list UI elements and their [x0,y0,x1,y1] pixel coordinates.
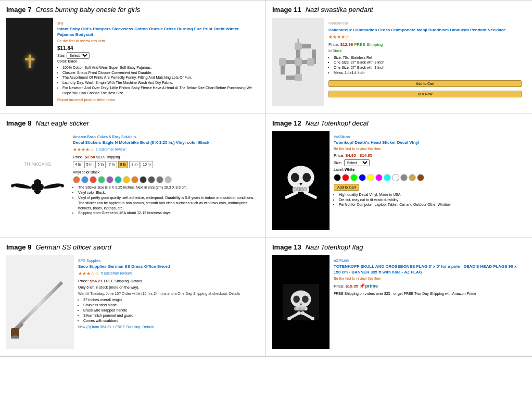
swatch-gold[interactable] [409,174,416,181]
sword-tradein[interactable]: New (3) from $54.21 + FREE Shipping. Det… [78,325,255,330]
swatch-brown[interactable] [417,174,424,181]
eagle-title[interactable]: Decal Stickers Eagle N Motorbike Boat (8… [73,140,255,145]
pendant-price: Price: $12.99 FREE Shipping [328,42,522,47]
sword-price: Price: $54.21 FREE Shipping. Details [78,278,255,284]
swatch-teal[interactable] [115,176,122,183]
onesie-brand: silly [57,21,255,26]
sword-product-image [6,255,74,349]
skull-decal-svg [280,160,322,202]
skull-product-image [272,131,330,230]
onesie-review[interactable]: Be the first to review this item [57,39,255,44]
swatch-red[interactable] [342,174,349,181]
svg-line-22 [286,192,297,197]
size-7in[interactable]: 7 In [107,161,117,168]
swastika-svg [275,39,322,85]
sword-stars: ★★★☆☆ [78,270,99,277]
onesie-product-image: ✝ [6,18,53,106]
image11-content: HakenKreuz Hakenkreuz Gammadion Cross Cr… [272,18,526,106]
skull-size-label: Size: [334,160,342,166]
pendant-addtocart-button[interactable]: Add to Cart [328,80,522,87]
swatch-darkgray[interactable] [140,176,147,183]
sword-title[interactable]: Saco Supplies German SS Dress Office-Swo… [78,264,255,269]
svg-rect-6 [295,43,302,50]
swatch-lightgray[interactable] [164,176,172,183]
swatch-yellow[interactable] [123,176,130,183]
image12-content: HotSticker Totenkopf Death's Head Sticke… [272,131,526,230]
size-4in[interactable]: 4 In [73,161,83,168]
swatch-red[interactable] [90,176,97,183]
eagle-price-value: $2.50 [85,155,95,159]
pendant-buynow-button[interactable]: Buy Now [328,91,522,97]
swatch-blue[interactable] [359,174,366,181]
swatch-blue[interactable] [81,176,88,183]
flag-seller[interactable]: AZ FLAG [334,258,522,264]
skull-addtocart-button[interactable]: Add to Cart [334,184,359,191]
svg-rect-8 [295,74,302,81]
image-grid: Image 7 Cross burning baby onesie for gi… [0,0,532,357]
skull-review[interactable]: Be the first to review this item [334,146,522,152]
pendant-product-text: HakenKreuz Hakenkreuz Gammadion Cross Cr… [324,18,526,106]
size-6in[interactable]: 6 In [95,161,106,168]
skull-seller[interactable]: HotSticker [334,134,522,140]
sword-delivery: Want it Tuesday, June 16? Order within 1… [78,291,255,296]
flag-review[interactable]: Be the first to review this item [334,276,522,281]
skull-swatches [334,174,522,181]
swatch-gray[interactable] [148,176,155,183]
size-10in[interactable]: 10 In [141,161,153,168]
image12-title: Nazi Totenkopf decal [306,119,369,127]
eagle-review-count[interactable]: 1 customer review [96,147,125,152]
swatch-medgray[interactable] [156,176,163,183]
svg-line-23 [305,192,315,197]
eagle-brand-watermark: THINKCANS [24,161,51,167]
skull-size-select[interactable]: Select Small Medium Large [344,159,370,166]
eagle-rating: ★★★★☆ 1 customer review [73,146,255,153]
sword-review-count[interactable]: 5 customer reviews [101,271,132,276]
pendant-seller: HakenKreuz [328,21,522,26]
skull-price: Price: $4.95 - $14.95 [334,153,522,158]
swatch-darkorange[interactable] [131,176,138,183]
skull-title[interactable]: Totenkopf Death's Head Sticker Decal Vin… [334,140,522,145]
flag-title[interactable]: TOTENKOPF SKULL AND CROSSBONES FLAG 3' x… [334,264,522,275]
pendant-shipping: FREE Shipping [354,42,383,47]
swatch-purple[interactable] [106,176,113,183]
svg-rect-18 [294,188,296,191]
swatch-orange[interactable] [73,176,80,183]
flag-price-value: $19.95 [346,284,358,289]
swatch-black[interactable] [334,174,341,181]
onesie-color: Color: Black [57,59,255,64]
onesie-report[interactable]: Report incorrect product information [57,97,255,103]
image9-label: Image 9 [6,243,31,251]
svg-point-29 [293,295,300,303]
svg-point-41 [311,317,314,320]
image7-label: Image 7 [6,6,31,14]
svg-rect-21 [304,188,307,191]
swatch-lime[interactable] [350,174,358,181]
swatch-white[interactable] [392,174,399,181]
sword-seller[interactable]: SFG Supplies [78,258,255,264]
sword-details: 37 Inches overall length Stainless steel… [78,297,255,323]
swatch-yellow[interactable] [367,174,374,181]
swatch-cyan[interactable] [384,174,391,181]
size-5in[interactable]: 5 In [84,161,95,168]
swatch-gray1[interactable] [400,174,408,181]
cell11-header: Image 11 Nazi swastika pendant [272,6,526,14]
flag-product-image [272,255,330,349]
svg-rect-33 [298,307,300,310]
pendant-stock: In Stock [328,48,522,54]
svg-point-38 [287,317,291,320]
pendant-product-image [272,18,324,106]
swatch-magenta[interactable] [375,174,383,181]
pendant-title[interactable]: Hakenkreuz Gammadion Cross Cramponate Ma… [328,27,522,33]
cell9-header: Image 9 German SS officer sword [6,243,259,251]
size-9in[interactable]: 9 In [129,161,140,168]
onesie-details: 100% Cotton Soft And Wear Super Soft Bab… [57,65,255,96]
swatch-green[interactable] [98,176,105,183]
sword-svg [9,266,71,339]
onesie-size-select[interactable]: Select 0-3M 3-6M [67,52,90,59]
eagle-seller[interactable]: Amazon Basic Colors & Easy Solutions [73,134,255,140]
image13-content: AZ FLAG TOTENKOPF SKULL AND CROSSBONES F… [272,255,526,349]
image8-label: Image 8 [6,119,31,127]
onesie-product-text: silly Infant Baby Girl's Rompers Sleevel… [53,18,259,106]
image9-content: SFG Supplies Saco Supplies German SS Dre… [6,255,259,349]
size-8in[interactable]: 8 In [118,161,129,168]
